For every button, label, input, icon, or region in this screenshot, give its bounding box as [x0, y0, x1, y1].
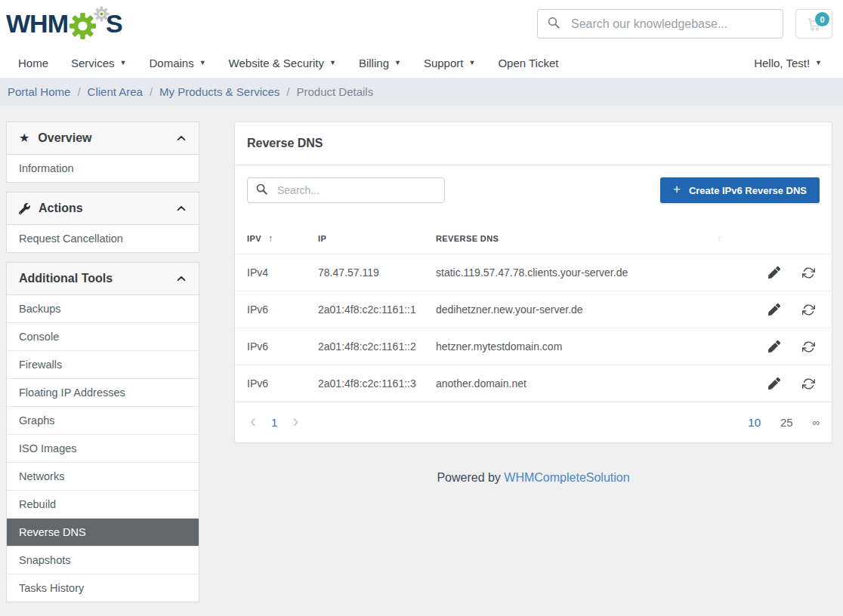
- cell-reverse-dns: another.domain.net: [436, 377, 714, 390]
- nav-item-support[interactable]: Support ▼: [424, 57, 475, 69]
- edit-icon[interactable]: [768, 303, 780, 316]
- refresh-icon[interactable]: [802, 340, 815, 353]
- overview-panel-header[interactable]: ★ Overview: [7, 122, 199, 155]
- search-icon: [547, 16, 560, 32]
- footer: Powered by WHMCompleteSolution: [234, 471, 832, 485]
- column-header-ip[interactable]: IP: [318, 234, 436, 243]
- logo-gear-icon: [69, 8, 99, 40]
- cell-ip: 2a01:4f8:c2c:1161::2: [318, 340, 436, 353]
- cell-reverse-dns: dedihetzner.new.your-server.de: [436, 303, 714, 316]
- column-header-actions[interactable]: ↑: [714, 233, 820, 244]
- edit-icon[interactable]: [768, 340, 780, 353]
- breadcrumb-portal-home[interactable]: Portal Home: [8, 85, 70, 98]
- refresh-icon[interactable]: [802, 266, 815, 279]
- cart-button[interactable]: 0: [795, 9, 832, 38]
- sidebar-item-reverse-dns[interactable]: Reverse DNS: [7, 519, 199, 547]
- nav-item-domains[interactable]: Domains ▼: [149, 57, 205, 69]
- table-row: IPv6 2a01:4f8:c2c:1161::1 dedihetzner.ne…: [235, 291, 832, 328]
- chevron-up-icon: [176, 273, 187, 284]
- cell-reverse-dns: static.119.57.47.78.clients.your-server.…: [436, 266, 714, 279]
- cell-ipv: IPv4: [247, 266, 318, 279]
- sort-asc-icon: ↑: [268, 233, 273, 244]
- knowledgebase-search-input[interactable]: [571, 17, 774, 31]
- cell-ip: 78.47.57.119: [318, 266, 436, 279]
- nav-item-home[interactable]: Home: [18, 57, 48, 69]
- table-row: IPv6 2a01:4f8:c2c:1161::2 hetzner.mytest…: [235, 328, 832, 365]
- actions-panel: Actions Request Cancellation: [6, 192, 199, 253]
- logo-text-whm: WHM: [6, 9, 68, 38]
- sidebar-item-iso-images[interactable]: ISO Images: [7, 435, 199, 463]
- breadcrumb: Portal Home / Client Area / My Products …: [0, 78, 843, 106]
- table-search-input[interactable]: [277, 184, 437, 196]
- chevron-down-icon: ▼: [199, 59, 206, 66]
- sidebar-item-rebuild[interactable]: Rebuild: [7, 491, 199, 519]
- chevron-down-icon: ▼: [329, 59, 336, 66]
- chevron-up-icon: [176, 203, 187, 214]
- top-header: WHM: [0, 0, 843, 48]
- chevron-down-icon: ▼: [394, 59, 401, 66]
- create-ipv6-reverse-dns-button[interactable]: + Create IPv6 Reverse DNS: [660, 177, 820, 203]
- cart-count-badge: 0: [815, 12, 829, 26]
- refresh-icon[interactable]: [802, 377, 815, 390]
- plus-icon: +: [673, 182, 681, 197]
- page-next-icon[interactable]: ›: [289, 412, 301, 430]
- nav-item-open-ticket[interactable]: Open Ticket: [498, 57, 558, 69]
- star-icon: ★: [19, 132, 29, 144]
- main-nav: Home Services ▼ Domains ▼ Website & Secu…: [0, 48, 843, 78]
- chevron-down-icon: ▼: [815, 59, 822, 66]
- chevron-down-icon: ▼: [468, 59, 475, 66]
- cell-ipv: IPv6: [247, 303, 318, 316]
- knowledgebase-search: [537, 9, 783, 38]
- table-search: [247, 177, 445, 203]
- sidebar-item-snapshots[interactable]: Snapshots: [7, 547, 199, 574]
- whmcompletesolution-link[interactable]: WHMCompleteSolution: [504, 471, 629, 484]
- reverse-dns-card: Reverse DNS + Create IPv6 Reverse DNS IP…: [234, 122, 832, 443]
- sidebar-item-graphs[interactable]: Graphs: [7, 407, 199, 435]
- cell-reverse-dns: hetzner.mytestdomain.com: [436, 340, 714, 353]
- page-number[interactable]: 1: [271, 416, 277, 429]
- actions-panel-header[interactable]: Actions: [7, 192, 199, 225]
- cell-ipv: IPv6: [247, 340, 318, 353]
- page-size-10[interactable]: 10: [748, 416, 761, 429]
- breadcrumb-my-products[interactable]: My Products & Services: [159, 85, 279, 98]
- sidebar-item-tasks-history[interactable]: Tasks History: [7, 574, 199, 602]
- page-prev-icon[interactable]: ‹: [247, 412, 259, 430]
- reverse-dns-table: IPV↑ IP REVERSE DNS ↑ IPv4 78.47.57.119 …: [235, 223, 832, 442]
- column-header-ipv[interactable]: IPV↑: [247, 233, 318, 244]
- table-row: IPv4 78.47.57.119 static.119.57.47.78.cl…: [235, 254, 832, 291]
- breadcrumb-client-area[interactable]: Client Area: [88, 85, 143, 98]
- sort-asc-icon: ↑: [717, 233, 721, 244]
- column-header-reverse-dns[interactable]: REVERSE DNS: [436, 234, 714, 243]
- chevron-up-icon: [176, 133, 187, 143]
- sidebar: ★ Overview Information Actions Request C…: [6, 122, 199, 611]
- chevron-down-icon: ▼: [120, 59, 127, 66]
- page-size-all[interactable]: ∞: [813, 417, 820, 428]
- sidebar-item-firewalls[interactable]: Firewalls: [7, 351, 199, 379]
- table-row: IPv6 2a01:4f8:c2c:1161::3 another.domain…: [235, 365, 832, 402]
- cell-ip: 2a01:4f8:c2c:1161::3: [318, 377, 436, 390]
- search-icon: [255, 183, 268, 199]
- sidebar-item-information[interactable]: Information: [7, 155, 199, 182]
- sidebar-item-backups[interactable]: Backups: [7, 295, 199, 323]
- breadcrumb-current: Product Details: [296, 85, 373, 98]
- edit-icon[interactable]: [768, 377, 780, 390]
- additional-tools-panel-header[interactable]: Additional Tools: [7, 263, 199, 295]
- page-size-25[interactable]: 25: [780, 416, 793, 429]
- sidebar-item-console[interactable]: Console: [7, 323, 199, 351]
- cell-ipv: IPv6: [247, 377, 318, 390]
- user-menu[interactable]: Hello, Test! ▼: [754, 57, 822, 69]
- nav-item-services[interactable]: Services ▼: [71, 57, 126, 69]
- nav-item-billing[interactable]: Billing ▼: [359, 57, 401, 69]
- whmcs-logo[interactable]: WHM: [6, 8, 122, 40]
- pagination: ‹ 1 › 10 25 ∞: [235, 402, 832, 442]
- overview-panel: ★ Overview Information: [6, 122, 199, 183]
- table-header-row: IPV↑ IP REVERSE DNS ↑: [235, 223, 832, 254]
- sidebar-item-request-cancellation[interactable]: Request Cancellation: [7, 225, 199, 252]
- additional-tools-panel: Additional Tools Backups Console Firewal…: [6, 262, 199, 602]
- sidebar-item-floating-ip-addresses[interactable]: Floating IP Addresses: [7, 379, 199, 407]
- refresh-icon[interactable]: [802, 303, 815, 316]
- sidebar-item-networks[interactable]: Networks: [7, 463, 199, 491]
- edit-icon[interactable]: [768, 266, 780, 279]
- cell-ip: 2a01:4f8:c2c:1161::1: [318, 303, 436, 316]
- nav-item-website-security[interactable]: Website & Security ▼: [229, 57, 336, 69]
